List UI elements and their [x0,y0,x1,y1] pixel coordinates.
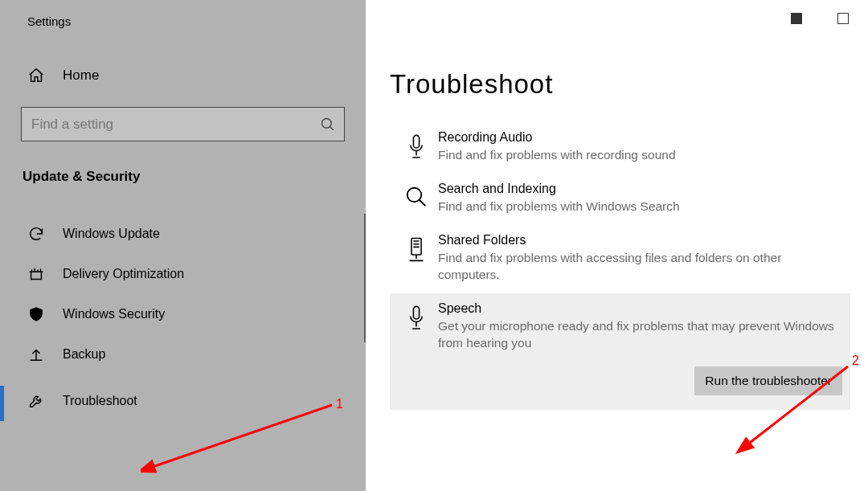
search-input[interactable] [21,107,345,141]
nav-home[interactable]: Home [0,67,366,84]
svg-rect-1 [413,135,419,148]
minimize-button[interactable] [791,13,802,24]
window-controls [791,13,849,24]
shield-icon [27,305,45,323]
nav-label: Backup [63,347,105,362]
section-header: Update & Security [23,169,366,185]
delivery-icon [27,265,45,283]
app-title: Settings [0,14,366,28]
sync-icon [27,225,45,243]
ts-desc: Find and fix problems with recording sou… [438,147,842,164]
nav-label: Delivery Optimization [63,267,184,281]
maximize-button[interactable] [837,13,849,24]
home-icon [27,67,45,84]
search-field[interactable] [31,117,320,133]
search-icon [320,117,336,133]
nav-backup[interactable]: Backup [0,334,366,374]
ts-title: Shared Folders [438,233,842,248]
nav-label: Windows Update [63,227,160,241]
wrench-icon [27,392,45,410]
ts-shared-folders[interactable]: Shared Folders Find and fix problems wit… [390,225,850,293]
page-title: Troubleshoot [390,69,850,100]
ts-search-indexing[interactable]: Search and Indexing Find and fix problem… [390,174,850,225]
main-panel: Troubleshoot Recording Audio Find and fi… [366,0,868,491]
nav-delivery-optimization[interactable]: Delivery Optimization [0,254,366,294]
selection-indicator [0,386,4,421]
nav-label: Windows Security [63,307,165,321]
ts-recording-audio[interactable]: Recording Audio Find and fix problems wi… [390,122,850,174]
microphone-icon [395,130,438,164]
search-icon [395,182,438,215]
svg-point-0 [322,118,332,128]
ts-title: Speech [438,301,842,316]
nav-windows-security[interactable]: Windows Security [0,294,366,334]
run-troubleshooter-button[interactable]: Run the troubleshooter [694,366,842,395]
nav-label: Troubleshoot [63,394,137,408]
ts-desc: Get your microphone ready and fix proble… [438,318,842,352]
troubleshooter-list: Recording Audio Find and fix problems wi… [390,122,850,410]
ts-title: Recording Audio [438,130,842,145]
ts-title: Search and Indexing [438,182,842,196]
ts-desc: Find and fix problems with accessing fil… [438,250,842,284]
nav-home-label: Home [63,68,99,84]
svg-point-2 [407,188,422,203]
microphone-icon [395,301,438,352]
server-icon [395,233,438,284]
svg-rect-4 [413,306,419,319]
sidebar: Settings Home Update & Security Wi [0,0,366,491]
backup-icon [27,346,45,363]
sidebar-nav: Windows Update Delivery Optimization Win… [0,214,366,421]
nav-windows-update[interactable]: Windows Update [0,214,366,254]
ts-speech[interactable]: Speech Get your microphone ready and fix… [390,293,850,410]
nav-troubleshoot[interactable]: Troubleshoot [0,381,366,421]
ts-desc: Find and fix problems with Windows Searc… [438,198,842,215]
